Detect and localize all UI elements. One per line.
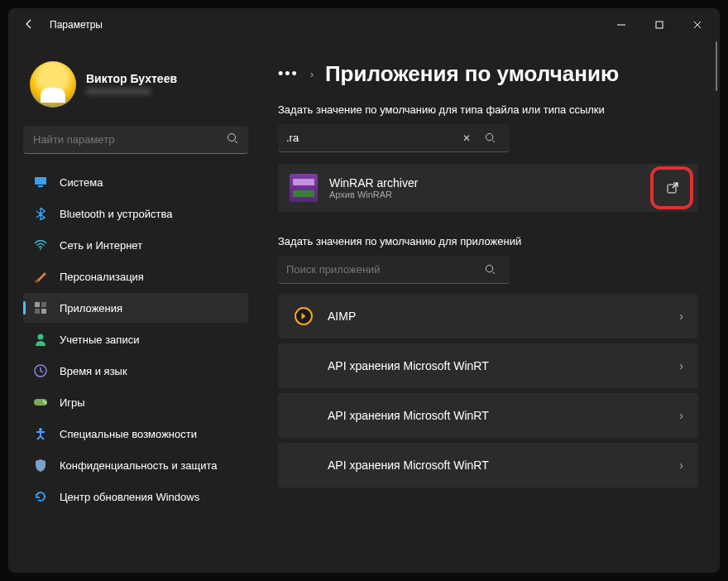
minimize-button[interactable] xyxy=(602,12,640,38)
app-name: API хранения Microsoft WinRT xyxy=(328,359,666,372)
sidebar-item-gamepad[interactable]: Игры xyxy=(23,387,248,417)
svg-point-4 xyxy=(40,248,41,250)
app-name: API хранения Microsoft WinRT xyxy=(328,459,666,472)
svg-rect-2 xyxy=(35,177,46,185)
app-list-item[interactable]: AIMP› xyxy=(278,294,698,339)
sidebar-item-shield[interactable]: Конфиденциальность и защита xyxy=(23,450,248,480)
sidebar-item-label: Конфиденциальность и защита xyxy=(60,459,218,472)
search-icon[interactable] xyxy=(478,127,501,150)
sidebar-item-label: Персонализация xyxy=(60,271,144,283)
svg-point-10 xyxy=(38,334,44,340)
chevron-right-icon: › xyxy=(679,409,683,422)
person-icon xyxy=(33,332,48,347)
chevron-right-icon: › xyxy=(310,69,314,80)
clock-icon xyxy=(33,363,48,378)
svg-rect-6 xyxy=(35,302,40,307)
gamepad-icon xyxy=(33,395,48,410)
sidebar-item-apps[interactable]: Приложения xyxy=(23,293,248,323)
sidebar-item-label: Сеть и Интернет xyxy=(60,239,142,252)
result-app-name: WinRAR archiver xyxy=(329,176,418,190)
search-icon[interactable] xyxy=(478,258,501,281)
app-list-item[interactable]: API хранения Microsoft WinRT› xyxy=(278,343,698,388)
back-button[interactable] xyxy=(23,18,35,32)
avatar xyxy=(30,61,76,108)
svg-point-18 xyxy=(486,265,492,271)
svg-point-13 xyxy=(43,401,45,402)
svg-rect-9 xyxy=(41,309,46,314)
accessibility-icon xyxy=(33,426,48,441)
sidebar-search[interactable] xyxy=(23,126,248,154)
sidebar-item-person[interactable]: Учетные записи xyxy=(23,324,248,354)
svg-point-14 xyxy=(45,402,46,404)
sidebar-item-label: Специальные возможности xyxy=(60,428,197,440)
app-name: API хранения Microsoft WinRT xyxy=(328,409,666,422)
shield-icon xyxy=(33,458,48,473)
sidebar-item-label: Приложения xyxy=(60,302,122,315)
filetype-result-card[interactable]: WinRAR archiver Архив WinRAR xyxy=(278,164,698,212)
result-app-subtitle: Архив WinRAR xyxy=(329,190,418,199)
profile-name: Виктор Бухтеев xyxy=(86,72,177,85)
app-name: AIMP xyxy=(328,310,666,323)
aimp-icon xyxy=(295,307,313,325)
update-icon xyxy=(33,489,48,504)
window-title: Параметры xyxy=(50,19,103,31)
sidebar-item-label: Bluetooth и устройства xyxy=(60,208,172,220)
filetype-input[interactable] xyxy=(286,132,455,144)
svg-point-5 xyxy=(35,280,38,283)
filetype-search[interactable]: ✕ xyxy=(278,124,510,152)
sidebar-item-label: Учетные записи xyxy=(60,334,139,346)
clear-icon[interactable]: ✕ xyxy=(455,127,478,150)
svg-rect-8 xyxy=(35,309,40,314)
profile-email: xxxxxxxxxxxxx xyxy=(86,85,177,97)
app-list-item[interactable]: API хранения Microsoft WinRT› xyxy=(278,443,698,487)
svg-rect-12 xyxy=(34,399,47,406)
breadcrumb-overflow[interactable]: ••• xyxy=(278,65,299,83)
app-search-input[interactable] xyxy=(286,263,478,276)
maximize-button[interactable] xyxy=(640,12,678,38)
sidebar-item-monitor[interactable]: Система xyxy=(23,167,248,197)
brush-icon xyxy=(33,269,48,284)
chevron-right-icon: › xyxy=(679,359,683,372)
sidebar-item-label: Игры xyxy=(60,396,85,409)
highlight-box xyxy=(650,166,693,209)
sidebar-item-brush[interactable]: Персонализация xyxy=(23,262,248,291)
chevron-right-icon: › xyxy=(679,459,683,472)
svg-rect-3 xyxy=(38,185,43,187)
profile-block[interactable]: Виктор Бухтеев xxxxxxxxxxxxx xyxy=(23,41,248,126)
close-button[interactable] xyxy=(678,12,716,38)
app-list-item[interactable]: API хранения Microsoft WinRT› xyxy=(278,393,698,438)
winrar-icon xyxy=(290,174,318,202)
sidebar-item-label: Центр обновления Windows xyxy=(60,491,199,503)
section-filetype-label: Задать значение по умолчанию для типа фа… xyxy=(278,103,698,116)
sidebar-item-update[interactable]: Центр обновления Windows xyxy=(23,482,248,511)
sidebar-item-wifi[interactable]: Сеть и Интернет xyxy=(23,230,248,260)
sidebar-item-label: Система xyxy=(60,176,103,189)
monitor-icon xyxy=(33,175,48,190)
apps-icon xyxy=(33,300,48,315)
app-search[interactable] xyxy=(278,256,510,284)
search-icon xyxy=(227,132,238,147)
svg-point-1 xyxy=(228,133,236,141)
page-title: Приложения по умолчанию xyxy=(325,61,619,87)
sidebar-item-label: Время и язык xyxy=(60,365,127,377)
sidebar-item-accessibility[interactable]: Специальные возможности xyxy=(23,419,248,449)
svg-rect-0 xyxy=(656,22,663,28)
section-apps-label: Задать значения по умолчанию для приложе… xyxy=(278,235,698,247)
scrollbar[interactable] xyxy=(716,41,717,91)
chevron-right-icon: › xyxy=(679,310,683,323)
wifi-icon xyxy=(33,238,48,252)
sidebar-search-input[interactable] xyxy=(33,133,227,146)
svg-point-15 xyxy=(39,428,42,431)
bluetooth-icon xyxy=(33,206,48,221)
sidebar-item-bluetooth[interactable]: Bluetooth и устройства xyxy=(23,199,248,228)
svg-point-16 xyxy=(486,133,492,140)
sidebar-item-clock[interactable]: Время и язык xyxy=(23,356,248,386)
svg-rect-7 xyxy=(41,302,46,307)
